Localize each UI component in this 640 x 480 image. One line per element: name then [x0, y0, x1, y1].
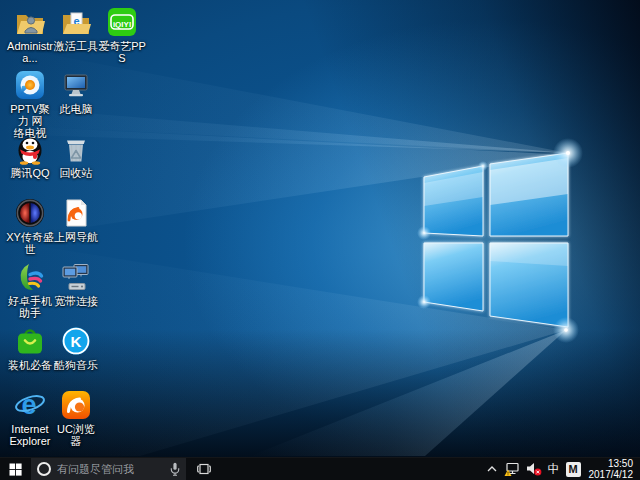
qq-penguin-icon — [14, 133, 46, 165]
desktop-icon-pptv[interactable]: PPTV聚力 网 络电视 — [6, 69, 54, 139]
tray-overflow-button[interactable] — [486, 465, 498, 473]
desktop-icon-software-bag[interactable]: 装机必备 — [6, 325, 54, 371]
icon-label: Administra... — [6, 40, 54, 64]
folder-edge-icon: e — [60, 6, 92, 38]
icon-label: 激活工具 — [52, 40, 100, 52]
task-view-button[interactable] — [186, 458, 222, 480]
iqiyi-icon: iQIYI — [106, 6, 138, 38]
icon-label: Internet Explorer — [6, 423, 54, 447]
web-navigation-icon — [60, 197, 92, 229]
desktop-icon-internet-explorer[interactable]: e Internet Explorer — [6, 389, 54, 447]
desktop-icon-tencent-qq[interactable]: 腾讯QQ — [6, 133, 54, 179]
user-folder-icon — [14, 6, 46, 38]
xy-game-icon — [14, 197, 46, 229]
windows-desktop-screen: Administra... e 激活工具 iQIYI 爱奇艺PPS — [0, 0, 640, 480]
ime-language-label: 中 — [548, 463, 560, 475]
recycle-bin-icon — [60, 133, 92, 165]
icon-label: 好卓手机助手 — [6, 295, 54, 319]
network-warning-icon — [504, 462, 520, 477]
phone-assistant-icon — [14, 261, 46, 293]
desktop-icon-administrator[interactable]: Administra... — [6, 6, 54, 64]
system-tray: 中 M 13:50 2017/4/12 — [486, 458, 640, 480]
svg-text:K: K — [71, 333, 82, 350]
icon-label: XY传奇盛世 — [6, 231, 54, 255]
svg-text:e: e — [21, 390, 36, 420]
clock-time: 13:50 — [589, 458, 634, 469]
clock-date: 2017/4/12 — [589, 469, 634, 480]
icon-label: 回收站 — [52, 167, 100, 179]
desktop-icon-kugou[interactable]: K 酷狗音乐 — [52, 325, 100, 371]
icon-label: 装机必备 — [6, 359, 54, 371]
taskbar: 有问题尽管问我 — [0, 457, 640, 480]
icon-label: 腾讯QQ — [6, 167, 54, 179]
desktop-icon-phone-assistant[interactable]: 好卓手机助手 — [6, 261, 54, 319]
volume-button[interactable] — [526, 462, 542, 476]
microphone-icon[interactable] — [170, 462, 180, 476]
icon-label: 酷狗音乐 — [52, 359, 100, 371]
cortana-search-box[interactable]: 有问题尽管问我 — [31, 458, 186, 480]
network-status-button[interactable] — [504, 462, 520, 477]
broadband-icon — [60, 261, 92, 293]
cortana-icon — [37, 462, 51, 476]
ime-language-button[interactable]: 中 — [548, 463, 560, 475]
desktop-icon-iqiyi-pps[interactable]: iQIYI 爱奇艺PPS — [98, 6, 146, 64]
start-button[interactable] — [0, 458, 31, 480]
desktop-icon-xy-game[interactable]: XY传奇盛世 — [6, 197, 54, 255]
this-pc-icon — [60, 69, 92, 101]
desktop-icon-web-navigation[interactable]: 上网导航 — [52, 197, 100, 243]
task-view-icon — [196, 463, 212, 475]
software-bag-icon — [14, 325, 46, 357]
icon-label: 宽带连接 — [52, 295, 100, 307]
desktop-icon-broadband[interactable]: 宽带连接 — [52, 261, 100, 307]
ime-mode-button[interactable]: M — [566, 462, 581, 477]
taskbar-empty-area[interactable] — [222, 458, 486, 480]
icon-label: UC浏览器 — [52, 423, 100, 447]
desktop-icon-recycle-bin[interactable]: 回收站 — [52, 133, 100, 179]
pptv-icon — [14, 69, 46, 101]
icon-label: 上网导航 — [52, 231, 100, 243]
desktop-icon-uc-browser[interactable]: UC浏览器 — [52, 389, 100, 447]
svg-text:iQIYI: iQIYI — [113, 20, 131, 29]
ime-mode-badge: M — [566, 462, 581, 477]
uc-browser-icon — [60, 389, 92, 421]
icon-label: 此电脑 — [52, 103, 100, 115]
taskbar-clock[interactable]: 13:50 2017/4/12 — [587, 458, 638, 480]
desktop-wallpaper[interactable]: Administra... e 激活工具 iQIYI 爱奇艺PPS — [0, 0, 640, 457]
windows-logo-icon — [9, 463, 22, 476]
chevron-up-icon — [486, 465, 498, 473]
icon-label: 爱奇艺PPS — [98, 40, 146, 64]
search-placeholder-text: 有问题尽管问我 — [57, 462, 164, 477]
kugou-icon: K — [60, 325, 92, 357]
desktop-icon-activation-tools[interactable]: e 激活工具 — [52, 6, 100, 52]
desktop-icon-this-pc[interactable]: 此电脑 — [52, 69, 100, 115]
volume-muted-icon — [526, 462, 542, 476]
ie-icon: e — [14, 389, 46, 421]
